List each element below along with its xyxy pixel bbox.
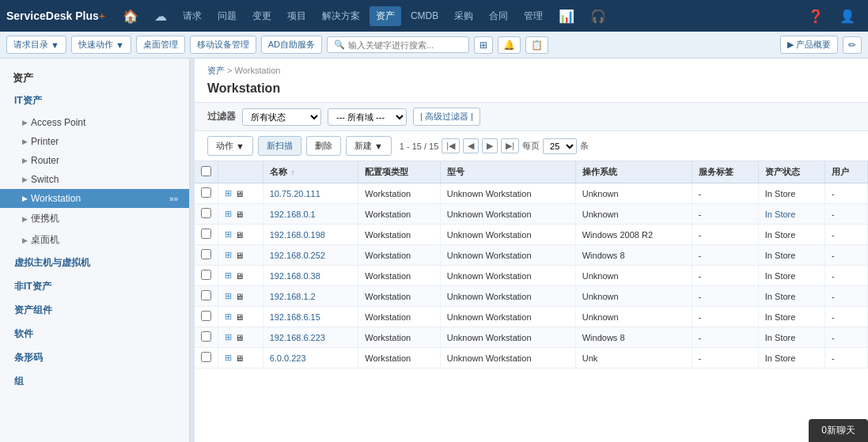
desktop-mgmt-button[interactable]: 桌面管理 [136, 36, 185, 54]
row-checkbox[interactable] [201, 352, 211, 362]
row-checkbox[interactable] [201, 208, 211, 218]
product-overview-button[interactable]: ▶ 产品概要 [780, 36, 838, 54]
row-user: - [825, 245, 868, 266]
row-name-link[interactable]: 192.168.0.198 [270, 230, 325, 240]
row-name-link[interactable]: 192.168.0.252 [270, 251, 325, 260]
nav-chart-icon[interactable]: 📊 [552, 6, 581, 27]
row-asset-status: In Store [758, 183, 824, 204]
expand-arrow-ap: ▶ [22, 119, 28, 127]
sidebar-item-switch[interactable]: ▶ Switch [0, 170, 189, 189]
sidebar-components[interactable]: 资产组件 [3, 299, 186, 322]
os-icon: 🖥 [235, 189, 244, 198]
nav-admin[interactable]: 管理 [517, 6, 549, 26]
os-icon: 🖥 [235, 333, 244, 342]
action-button[interactable]: 动作 ▼ [207, 136, 253, 156]
row-name-link[interactable]: 6.0.0.223 [270, 353, 306, 363]
row-icons: ⊞ 🖥 [218, 307, 263, 327]
request-menu-button[interactable]: 请求目录 ▼ [6, 36, 66, 54]
row-model: Unknown Workstation [440, 183, 575, 204]
nav-assets[interactable]: 资产 [370, 6, 401, 26]
nav-purchase[interactable]: 采购 [448, 6, 479, 26]
os-icon: 🖥 [235, 230, 244, 240]
row-checkbox-cell [195, 286, 218, 307]
th-asset-status[interactable]: 资产状态 [758, 161, 824, 183]
sidebar-it-assets[interactable]: IT资产 [3, 89, 186, 112]
page-last-btn[interactable]: ▶| [501, 138, 519, 153]
row-name-link[interactable]: 192.168.0.38 [270, 271, 320, 281]
search-input[interactable] [348, 40, 459, 50]
th-os[interactable]: 操作系统 [575, 161, 692, 183]
delete-button[interactable]: 删除 [306, 136, 341, 156]
nav-change[interactable]: 变更 [246, 6, 278, 26]
page-first-btn[interactable]: |◀ [442, 138, 460, 153]
sidebar-software[interactable]: 软件 [3, 323, 186, 346]
nav-cmdb[interactable]: CMDB [404, 7, 445, 25]
nav-issues[interactable]: 问题 [211, 6, 243, 26]
sidebar-group[interactable]: 组 [3, 370, 186, 393]
row-checkbox[interactable] [201, 331, 211, 342]
sidebar-virtual[interactable]: 虚拟主机与虚拟机 [3, 251, 186, 274]
row-service-tag: - [692, 204, 758, 225]
select-all-checkbox[interactable] [201, 166, 211, 176]
sidebar-item-router[interactable]: ▶ Router [0, 151, 189, 170]
row-checkbox[interactable] [201, 290, 211, 300]
toolbar-edit-icon[interactable]: ✏ [843, 36, 862, 54]
mobile-mgmt-button[interactable]: 移动设备管理 [190, 36, 256, 54]
nav-project[interactable]: 项目 [281, 6, 313, 26]
row-checkbox[interactable] [201, 311, 211, 321]
th-service-tag[interactable]: 服务标签 [692, 161, 758, 183]
sidebar-item-workstation[interactable]: ▶ Workstation »» [0, 189, 189, 208]
th-user[interactable]: 用户 [825, 161, 868, 183]
nav-contract[interactable]: 合同 [483, 6, 514, 26]
page-next-btn[interactable]: ▶ [482, 138, 498, 153]
sidebar-non-it[interactable]: 非IT资产 [3, 275, 186, 298]
network-icon: ⊞ [225, 270, 232, 281]
nav-requests[interactable]: 请求 [176, 6, 208, 26]
nav-headset-icon[interactable]: 🎧 [584, 6, 612, 27]
breadcrumb-separator: > [227, 66, 232, 75]
nav-solution[interactable]: 解决方案 [316, 6, 366, 26]
row-model: Unknown Workstation [440, 245, 575, 266]
status-filter[interactable]: 所有状态 [242, 108, 321, 126]
sidebar-item-printer[interactable]: ▶ Printer [0, 132, 189, 151]
sidebar-title: 资产 [0, 65, 189, 89]
row-checkbox[interactable] [201, 270, 211, 280]
row-name-link[interactable]: 192.168.6.223 [270, 333, 325, 342]
row-user: - [825, 307, 868, 327]
os-icon: 🖥 [235, 271, 244, 281]
quick-action-button[interactable]: 快速动作 ▼ [71, 36, 131, 54]
row-asset-status: In Store [758, 327, 824, 348]
th-model[interactable]: 型号 [440, 161, 575, 183]
nav-user-icon[interactable]: 👤 [833, 6, 862, 27]
breadcrumb-root[interactable]: 资产 [207, 66, 225, 75]
chat-bubble[interactable]: 0新聊天 [809, 419, 868, 442]
new-button[interactable]: 新建 ▼ [346, 136, 392, 156]
nav-cloud-icon[interactable]: ☁ [148, 6, 173, 27]
sidebar-item-access-point[interactable]: ▶ Access Point [0, 113, 189, 132]
toolbar-icon3[interactable]: 📋 [525, 36, 548, 54]
row-checkbox[interactable] [201, 187, 211, 198]
page-prev-btn[interactable]: ◀ [463, 138, 479, 153]
advanced-filter[interactable]: | 高级过滤器 | [413, 108, 480, 126]
row-name-link[interactable]: 10.75.20.111 [270, 189, 320, 198]
row-name-link[interactable]: 192.168.0.1 [270, 210, 316, 219]
ad-service-button[interactable]: AD自助服务 [261, 36, 322, 54]
toolbar-icon2[interactable]: 🔔 [498, 36, 521, 54]
domain-filter[interactable]: --- 所有域 --- [328, 108, 407, 126]
nav-help-icon[interactable]: ❓ [802, 6, 830, 27]
row-name-link[interactable]: 192.168.1.2 [270, 292, 316, 301]
sidebar-barcode[interactable]: 条形码 [3, 346, 186, 369]
toolbar-icon1[interactable]: ⊞ [474, 36, 493, 54]
row-checkbox[interactable] [201, 229, 211, 239]
row-service-tag: - [692, 348, 758, 368]
nav-home-icon[interactable]: 🏠 [116, 6, 145, 27]
row-name-link[interactable]: 192.168.6.15 [270, 312, 320, 322]
th-name[interactable]: 名称 ↑ [263, 161, 358, 183]
per-page-select[interactable]: 25 [543, 138, 577, 154]
new-scan-button[interactable]: 新扫描 [258, 136, 301, 156]
row-checkbox[interactable] [201, 249, 211, 259]
th-config-type[interactable]: 配置项类型 [358, 161, 440, 183]
sidebar-item-portable[interactable]: ▶ 便携机 [0, 208, 189, 229]
sidebar-item-desktop[interactable]: ▶ 桌面机 [0, 229, 189, 251]
row-icons: ⊞ 🖥 [218, 204, 263, 225]
